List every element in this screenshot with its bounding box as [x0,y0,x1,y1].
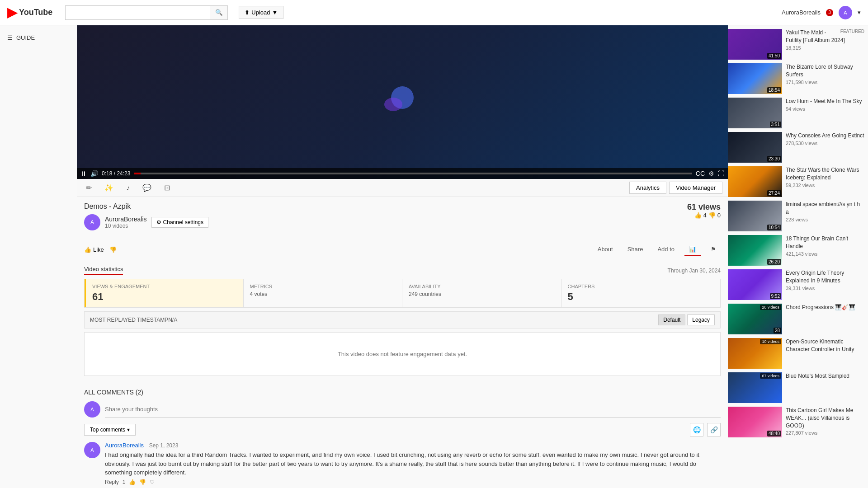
add-to-tab[interactable]: Add to [653,243,679,256]
sidebar-video-info: This Cartoon Girl Makes Me WEAK... (also… [786,407,864,437]
cc-button[interactable]: CC [696,170,705,177]
sidebar-video-views: 421,143 views [786,251,864,257]
video-toolbar: ✏ ✨ ♪ 💬 ⊡ Analytics Video Manager [77,179,728,197]
wand-icon-button[interactable]: ✨ [101,182,117,194]
comment-thumbup-1[interactable]: 👍 [129,479,136,485]
sidebar-video-item[interactable]: 67 videosBlue Note's Most Sampled [728,372,864,403]
stats-date: Through Jan 30, 2024 [668,267,721,274]
hamburger-icon: ☰ [7,34,13,41]
sidebar-video-title: Open-Source Kinematic Character Controll… [786,338,864,353]
subtitle-icon-button[interactable]: ⊡ [160,182,174,194]
comment-heart-1[interactable]: ♡ [150,479,155,485]
channel-avatar[interactable]: A [84,214,100,230]
sidebar-videos: 41:50FEATUREDYakui The Maid - Futility [… [728,29,864,437]
sidebar-video-item[interactable]: 26:2018 Things Our Brain Can't Handle421… [728,235,864,266]
channel-row: A AuroraBorealis 10 videos ⚙ Channel set… [84,214,208,230]
fullscreen-button[interactable]: ⛶ [718,170,724,177]
sidebar-video-info: Chord Progressions 🎹🎸🎹 [786,304,864,334]
default-toggle-button[interactable]: Default [658,314,685,325]
yt-play-icon: ▶ [7,5,17,20]
comment-thumbdown-1[interactable]: 👎 [139,479,146,485]
chat-icon-button[interactable]: 💬 [139,182,155,194]
link-icon-button[interactable]: 🔗 [707,423,721,436]
user-name[interactable]: AuroraBorealis [782,9,821,16]
sidebar-video-item[interactable]: 3:51Low Hum - Meet Me In The Sky94 views [728,98,864,128]
flag-tab[interactable]: ⚑ [706,243,721,256]
sidebar-video-item[interactable]: 41:50FEATUREDYakui The Maid - Futility [… [728,29,864,60]
edit-icon-button[interactable]: ✏ [82,182,95,194]
upload-dropdown-icon: ▼ [272,9,278,16]
settings-button[interactable]: ⚙ [708,170,714,177]
globe-icon-button[interactable]: 🌐 [690,423,703,436]
sidebar-video-views: 227,807 views [786,430,864,436]
featured-badge: FEATURED [840,29,864,34]
views-block: 61 views 👍 4 👎 0 [687,202,721,219]
sidebar-video-item[interactable]: 48:40This Cartoon Girl Makes Me WEAK... … [728,407,864,437]
sidebar-video-title: Blue Note's Most Sampled [786,372,864,380]
thumb-duration: 18:54 [767,87,781,93]
comments-section: ALL COMMENTS (2) A Top comments ▾ 🌐 🔗 A [77,381,728,488]
search-input[interactable] [65,5,210,20]
sidebar-video-item[interactable]: 18:54The Bizarre Lore of Subway Surfers1… [728,63,864,94]
comment-input[interactable] [105,401,721,418]
music-icon-button[interactable]: ♪ [123,182,133,194]
video-thumbnail-graphic [375,84,429,120]
sidebar-thumb: 48:40 [728,407,782,437]
sidebar-thumb: 23:30 [728,132,782,163]
sidebar-thumb: 2828 videos [728,304,782,334]
dislike-button[interactable]: 👎 [109,246,117,253]
comment-user-1[interactable]: AuroraBorealis [105,442,144,449]
thumbup-icon: 👍 [694,212,702,219]
sidebar-video-title: Low Hum - Meet Me In The Sky [786,98,864,105]
sidebar-video-item[interactable]: 23:30Why Consoles Are Going Extinct278,5… [728,132,864,163]
stats-tab[interactable]: 📊 [684,243,701,256]
sidebar-video-info: Low Hum - Meet Me In The Sky94 views [786,98,864,128]
thumb-duration: 48:40 [767,431,781,436]
user-avatar[interactable]: A [839,6,852,19]
video-player[interactable]: ⏸ 🔊 0:18 / 24:23 CC ⚙ ⛶ [77,25,728,179]
sidebar-video-item[interactable]: 2828 videosChord Progressions 🎹🎸🎹 [728,304,864,334]
stats-cell-chapters: CHAPTERS 5 [561,279,721,307]
channel-name[interactable]: AuroraBorealis [105,216,147,223]
user-dropdown-icon[interactable]: ▾ [858,9,861,16]
legacy-toggle-button[interactable]: Legacy [687,314,715,325]
comment-likes-1: 1 [123,479,126,485]
sidebar-video-info: liminal space ambient///s yn t h a228 vi… [786,201,864,231]
channel-settings-button[interactable]: ⚙ Channel settings [151,217,208,228]
upload-icon: ⬆ [245,9,250,16]
sidebar-video-item[interactable]: 27:24The Star Wars the Clone Wars Iceber… [728,166,864,197]
guide-item[interactable]: ☰ GUIDE [0,31,77,45]
sidebar-video-title: The Bizarre Lore of Subway Surfers [786,63,864,79]
sidebar-video-info: Open-Source Kinematic Character Controll… [786,338,864,369]
stats-section: Video statistics Through Jan 30, 2024 VI… [77,260,728,381]
search-button[interactable]: 🔍 [210,5,228,20]
sidebar-video-views: 228 views [786,217,864,222]
guide-sidebar: ☰ GUIDE [0,25,77,488]
commenter-avatar-1: A [84,442,100,458]
sidebar-video-item[interactable]: 9:52Every Origin Life Theory Explained i… [728,269,864,300]
thumb-count-badge: 10 videos [760,339,781,344]
yt-logo-text: YouTube [19,8,52,17]
volume-button[interactable]: 🔊 [90,170,98,177]
thumb-count-badge: 28 videos [760,305,781,310]
reply-button-1[interactable]: Reply [105,479,119,485]
comment-item: A AuroraBorealis Sep 1, 2023 I had origi… [84,442,721,485]
notification-badge[interactable]: 3 [826,9,833,16]
channel-info: AuroraBorealis 10 videos [105,216,147,229]
sidebar-video-item[interactable]: 10:54liminal space ambient///s yn t h a2… [728,201,864,231]
sidebar-video-item[interactable]: 10 videosOpen-Source Kinematic Character… [728,338,864,369]
sort-comments-button[interactable]: Top comments ▾ [84,424,136,436]
top-nav: ▶ YouTube 🔍 ⬆ Upload ▼ AuroraBorealis 3 … [0,0,868,25]
stats-title: Video statistics [84,266,123,275]
share-tab[interactable]: Share [623,243,648,256]
like-button[interactable]: 👍 Like [84,246,104,253]
youtube-logo[interactable]: ▶ YouTube [7,5,52,20]
progress-bar[interactable] [134,173,692,174]
analytics-button[interactable]: Analytics [629,182,666,194]
comment-input-row: A [84,401,721,418]
about-tab[interactable]: About [593,243,618,256]
pause-button[interactable]: ⏸ [80,170,87,177]
upload-button[interactable]: ⬆ Upload ▼ [239,6,283,19]
sidebar-thumb: 10:54 [728,201,782,231]
video-manager-button[interactable]: Video Manager [669,182,722,194]
